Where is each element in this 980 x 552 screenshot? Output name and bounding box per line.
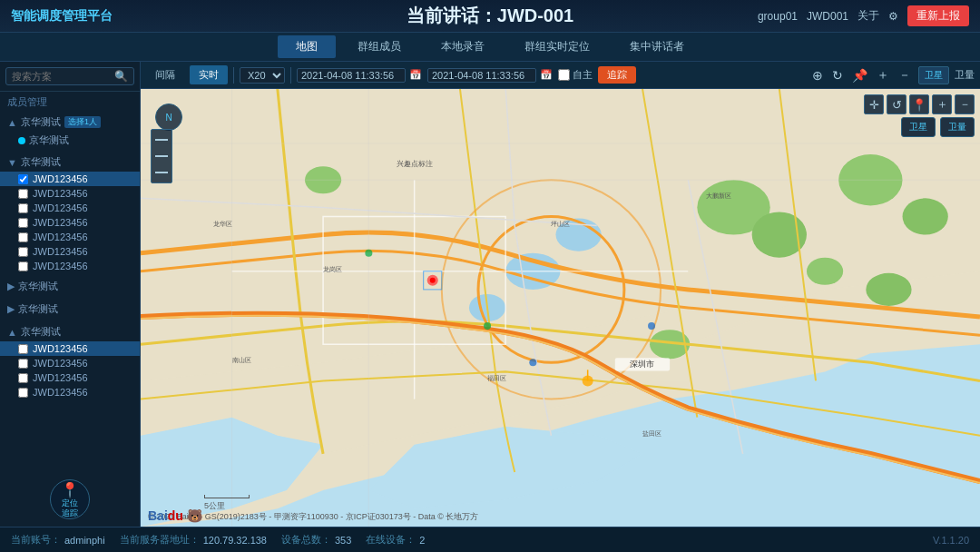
- item-label: JWD123456: [33, 232, 88, 242]
- svg-text:福田区: 福田区: [487, 375, 506, 382]
- toolbar-tab-realtime[interactable]: 实时: [190, 65, 228, 84]
- locate-button[interactable]: 📍 定位追踪: [50, 479, 90, 519]
- item-checkbox[interactable]: [18, 344, 28, 354]
- group-header-2[interactable]: ▼ 京华测试: [0, 153, 140, 172]
- list-item[interactable]: JWD123456: [0, 186, 140, 201]
- list-item[interactable]: JWD123456: [0, 356, 140, 370]
- refresh-button[interactable]: ↻: [830, 66, 845, 84]
- zoom-out-button[interactable]: －: [897, 65, 913, 85]
- minus-icon[interactable]: －: [955, 94, 975, 114]
- list-item[interactable]: JWD123456: [0, 230, 140, 244]
- crosshair-button[interactable]: ⊕: [810, 66, 825, 84]
- header-user: group01: [758, 10, 798, 23]
- group-label-1: 京华测试: [21, 115, 61, 129]
- list-item[interactable]: JWD123456: [0, 385, 140, 399]
- locate-icon: 📍: [61, 481, 79, 498]
- item-checkbox[interactable]: [18, 174, 28, 184]
- list-item[interactable]: JWD123456: [0, 370, 140, 385]
- zoom-in-button[interactable]: ＋: [875, 65, 891, 85]
- group-header-4[interactable]: ▶ 京华测试: [0, 300, 140, 319]
- tab-group[interactable]: 群组成员: [339, 35, 419, 58]
- toolbar-right: ⊕ ↻ 📌 ＋ － 卫星 卫量: [810, 65, 975, 85]
- tab-local[interactable]: 本地录音: [423, 35, 503, 58]
- group-header-3[interactable]: ▶ 京华测试: [0, 277, 140, 296]
- search-input[interactable]: [12, 71, 114, 82]
- settings-icon[interactable]: ⚙: [888, 10, 898, 23]
- item-checkbox[interactable]: [18, 232, 28, 242]
- page-title: 当前讲话：JWD-001: [407, 4, 573, 28]
- item-checkbox[interactable]: [18, 261, 28, 271]
- item-checkbox[interactable]: [18, 247, 28, 257]
- item-checkbox[interactable]: [18, 203, 28, 213]
- tab-realtime[interactable]: 群组实时定位: [506, 35, 608, 58]
- svg-text:龙岗区: 龙岗区: [323, 266, 342, 273]
- item-label: 京华测试: [29, 133, 69, 147]
- item-checkbox[interactable]: [18, 388, 28, 398]
- compass-button[interactable]: N: [155, 104, 182, 131]
- measure-button[interactable]: 卫量: [940, 117, 975, 137]
- item-checkbox[interactable]: [18, 359, 28, 369]
- online-status: 在线设备： 2: [366, 533, 425, 547]
- track-button[interactable]: 追踪: [598, 66, 636, 84]
- datetime-end-input[interactable]: [427, 68, 536, 83]
- list-item[interactable]: 京华测试: [0, 132, 140, 149]
- slider-handle: [155, 155, 168, 157]
- location-pin-button[interactable]: 📌: [850, 66, 869, 84]
- group-header-1[interactable]: ▲ 京华测试 选择1人: [0, 113, 140, 132]
- header-about[interactable]: 关于: [858, 8, 879, 24]
- server-value: 120.79.32.138: [203, 535, 267, 546]
- sidebar-group-5: ▲ 京华测试 JWD123456 JWD123456 JWD123456: [0, 320, 140, 401]
- arrow-icon: ▲: [7, 117, 17, 128]
- map-container[interactable]: 深圳市 兴趣点标注 龙华区 龙岗区 坪山区 大鹏新区 南山区 福田区 盐田区: [141, 89, 980, 527]
- satellite-map-button[interactable]: 卫星: [901, 117, 936, 137]
- satellite-label-area: 卫星 卫量: [864, 117, 975, 137]
- group-label-2: 京华测试: [21, 155, 61, 169]
- slider-handle: [155, 139, 168, 141]
- item-label: JWD123456: [33, 173, 88, 184]
- group-header-5[interactable]: ▲ 京华测试: [0, 322, 140, 341]
- list-item[interactable]: JWD123456: [0, 259, 140, 273]
- item-label: JWD123456: [33, 372, 88, 383]
- search-icon[interactable]: 🔍: [114, 70, 128, 83]
- item-checkbox[interactable]: [18, 373, 28, 383]
- calendar-icon-2[interactable]: 📅: [540, 69, 553, 81]
- toolbar-tab-interval[interactable]: 间隔: [146, 65, 184, 84]
- header-device: JWD001: [807, 10, 848, 23]
- list-item[interactable]: JWD123456: [0, 244, 140, 259]
- plus-icon[interactable]: ＋: [932, 94, 952, 114]
- item-label: JWD123456: [33, 202, 88, 213]
- slider-control[interactable]: [151, 129, 172, 183]
- search-bar[interactable]: 🔍: [5, 67, 134, 85]
- tab-map[interactable]: 地图: [278, 35, 336, 58]
- list-item[interactable]: JWD123456: [0, 341, 140, 356]
- scale-bar: 5公里: [204, 495, 250, 512]
- svg-text:深圳市: 深圳市: [630, 360, 654, 369]
- svg-point-40: [648, 322, 655, 330]
- pin-icon[interactable]: 📍: [909, 94, 929, 114]
- user-value: adminphi: [64, 535, 105, 546]
- sidebar: 🔍 成员管理 ▲ 京华测试 选择1人 京华测试 ▼ 京华测试: [0, 62, 141, 527]
- tab-track[interactable]: 集中讲话者: [612, 35, 702, 58]
- arrow-icon-2: ▼: [7, 157, 17, 168]
- update-button[interactable]: 重新上报: [907, 5, 969, 26]
- zoom-select[interactable]: X20 X10 X5: [240, 67, 285, 84]
- user-status: 当前账号： adminphi: [11, 533, 105, 547]
- move-icon[interactable]: ✛: [864, 94, 884, 114]
- item-checkbox[interactable]: [18, 218, 28, 228]
- scale-line: [204, 495, 250, 498]
- list-item[interactable]: JWD123456: [0, 172, 140, 186]
- calendar-icon[interactable]: 📅: [409, 69, 422, 81]
- list-item[interactable]: JWD123456: [0, 215, 140, 230]
- auto-checkbox[interactable]: [558, 69, 570, 81]
- satellite-button[interactable]: 卫星: [918, 66, 949, 84]
- group-label-5: 京华测试: [21, 325, 61, 339]
- sub-header: 地图 群组成员 本地录音 群组实时定位 集中讲话者: [0, 33, 980, 62]
- list-item[interactable]: JWD123456: [0, 201, 140, 215]
- rotate-icon[interactable]: ↺: [887, 94, 906, 114]
- slider-handle: [155, 172, 168, 173]
- svg-point-39: [529, 359, 536, 366]
- item-label: JWD123456: [33, 246, 88, 257]
- item-checkbox[interactable]: [18, 189, 28, 199]
- datetime-end: 📅: [427, 68, 553, 83]
- datetime-start-input[interactable]: [297, 68, 406, 83]
